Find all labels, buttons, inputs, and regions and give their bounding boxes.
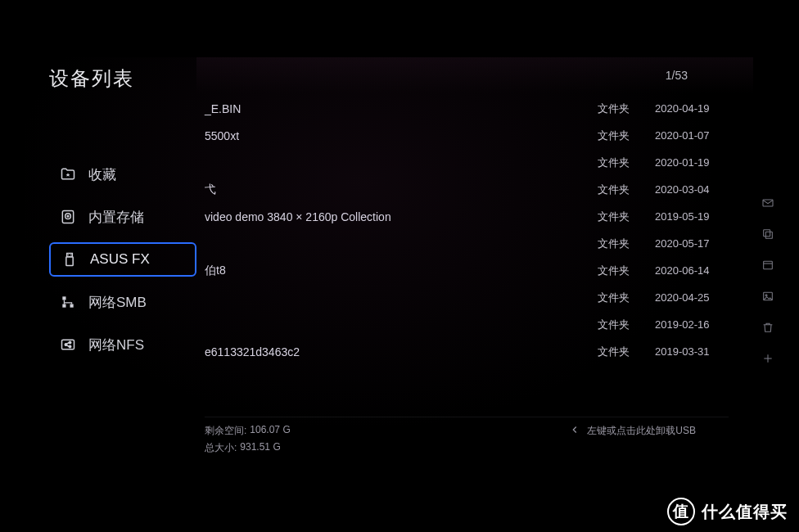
- eject-hint: 左键或点击此处卸载USB: [587, 424, 696, 438]
- file-name: 伯t8: [205, 264, 598, 278]
- file-name: 5500xt: [205, 129, 598, 142]
- svg-rect-10: [62, 340, 74, 349]
- sidebar-item-label: 网络NFS: [88, 336, 144, 354]
- watermark-text: 什么值得买: [702, 501, 788, 523]
- file-list: _E.BIN文件夹2020-04-195500xt文件夹2020-01-07文件…: [196, 93, 753, 365]
- file-name: e6113321d3463c2: [205, 345, 598, 358]
- sidebar-item-label: 内置存储: [88, 208, 144, 227]
- footer: 剩余空间: 106.07 G 总大小: 931.51 G 左键或点击此处卸载US…: [205, 417, 729, 455]
- svg-rect-9: [70, 304, 74, 308]
- disk-icon: [59, 208, 77, 226]
- arrow-left-icon: [569, 424, 580, 438]
- file-name: 弋: [205, 183, 598, 197]
- svg-rect-15: [765, 232, 772, 238]
- file-type: 文件夹: [598, 264, 655, 278]
- network-icon: [59, 293, 77, 311]
- file-row[interactable]: _E.BIN文件夹2020-04-19: [196, 95, 753, 122]
- svg-rect-7: [62, 296, 65, 300]
- file-type: 文件夹: [598, 183, 655, 197]
- right-toolbar: [761, 196, 776, 367]
- file-type: 文件夹: [598, 237, 655, 251]
- file-row[interactable]: video demo 3840 × 2160p Collection文件夹201…: [196, 203, 753, 230]
- file-row[interactable]: 5500xt文件夹2020-01-07: [196, 122, 753, 149]
- free-space-value: 106.07 G: [250, 424, 290, 438]
- sidebar-item-3[interactable]: 网络SMB: [49, 285, 196, 319]
- file-row[interactable]: 文件夹2019-02-16: [196, 311, 753, 338]
- file-type: 文件夹: [598, 101, 655, 116]
- sidebar-item-0[interactable]: 收藏: [49, 157, 196, 192]
- sidebar-item-label: ASUS FX: [90, 251, 150, 268]
- file-date: 2020-04-25: [655, 291, 753, 304]
- file-date: 2020-03-04: [655, 183, 753, 196]
- svg-rect-17: [764, 261, 773, 268]
- sidebar-item-4[interactable]: 网络NFS: [49, 327, 196, 362]
- storage-info: 剩余空间: 106.07 G 总大小: 931.51 G: [205, 424, 291, 455]
- file-row[interactable]: 文件夹2020-04-25: [196, 284, 753, 311]
- pager: 1/53: [666, 69, 688, 82]
- sidebar-item-label: 收藏: [88, 165, 116, 184]
- mail-icon[interactable]: [761, 196, 776, 211]
- file-date: 2019-02-16: [655, 318, 753, 331]
- screen: 设备列表 收藏内置存储ASUS FX网络SMB网络NFS 1/53 _E.BIN…: [25, 57, 778, 475]
- share-icon: [59, 336, 77, 354]
- svg-point-20: [765, 295, 767, 296]
- file-row[interactable]: 伯t8文件夹2020-06-14: [196, 257, 753, 284]
- file-date: 2020-01-07: [655, 129, 753, 142]
- file-type: 文件夹: [598, 210, 655, 224]
- file-type: 文件夹: [598, 128, 655, 143]
- trash-icon[interactable]: [761, 321, 776, 336]
- window-icon[interactable]: [761, 259, 776, 273]
- file-row[interactable]: 弋文件夹2020-03-04: [196, 176, 753, 203]
- file-date: 2019-03-31: [655, 345, 753, 358]
- usb-icon: [61, 250, 79, 268]
- file-name: video demo 3840 × 2160p Collection: [205, 210, 598, 223]
- svg-rect-14: [763, 200, 773, 206]
- plus-icon[interactable]: [761, 352, 776, 367]
- file-type: 文件夹: [598, 318, 655, 332]
- image-icon[interactable]: [761, 290, 776, 304]
- sidebar-item-2[interactable]: ASUS FX: [49, 242, 196, 277]
- sidebar-items: 收藏内置存储ASUS FX网络SMB网络NFS: [25, 116, 196, 362]
- svg-rect-8: [62, 304, 65, 308]
- file-row[interactable]: 文件夹2020-05-17: [196, 230, 753, 257]
- file-name: _E.BIN: [205, 102, 598, 115]
- file-date: 2020-06-14: [655, 264, 753, 277]
- file-type: 文件夹: [598, 156, 655, 170]
- total-size-value: 931.51 G: [240, 441, 280, 455]
- free-space-label: 剩余空间:: [205, 424, 246, 438]
- sidebar-title: 设备列表: [25, 57, 196, 116]
- sidebar-item-1[interactable]: 内置存储: [49, 200, 196, 234]
- svg-rect-4: [66, 257, 73, 266]
- total-size-label: 总大小:: [205, 441, 237, 455]
- file-date: 2019-05-19: [655, 210, 753, 223]
- file-date: 2020-04-19: [655, 102, 753, 115]
- svg-rect-16: [764, 230, 770, 237]
- sidebar: 设备列表 收藏内置存储ASUS FX网络SMB网络NFS: [25, 57, 196, 475]
- main-panel: 1/53 _E.BIN文件夹2020-04-195500xt文件夹2020-01…: [196, 57, 753, 475]
- eject-usb-button[interactable]: 左键或点击此处卸载USB: [569, 424, 729, 438]
- folder-star-icon: [59, 165, 77, 183]
- svg-point-2: [67, 215, 69, 217]
- file-type: 文件夹: [598, 345, 655, 359]
- watermark: 值 什么值得买: [667, 498, 788, 525]
- file-date: 2020-05-17: [655, 237, 753, 250]
- sidebar-item-label: 网络SMB: [88, 293, 147, 312]
- file-date: 2020-01-19: [655, 156, 753, 169]
- file-row[interactable]: e6113321d3463c2文件夹2019-03-31: [196, 338, 753, 365]
- watermark-badge: 值: [667, 498, 695, 525]
- file-row[interactable]: 文件夹2020-01-19: [196, 149, 753, 176]
- topbar: 1/53: [196, 57, 753, 93]
- file-type: 文件夹: [598, 291, 655, 305]
- copy-icon[interactable]: [761, 228, 776, 242]
